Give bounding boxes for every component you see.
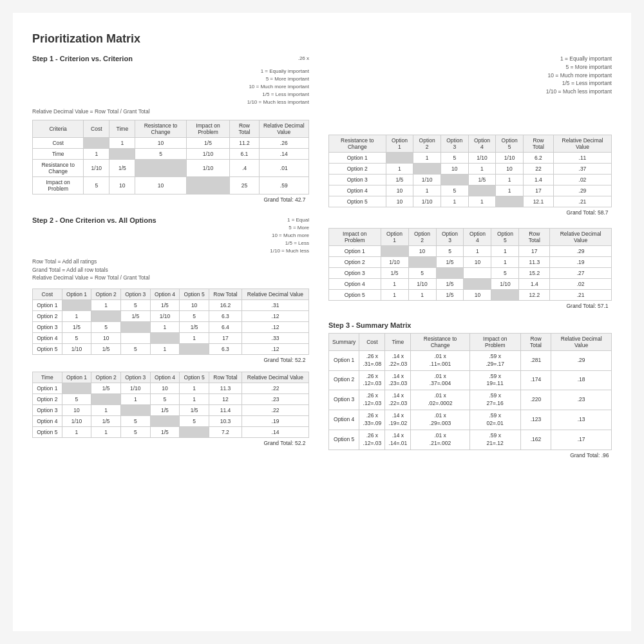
table-cell: 1 [413, 152, 441, 163]
table-row: Option 5111/51012.2.21 [329, 289, 612, 300]
table-cell [120, 322, 150, 333]
table-cell: Option 2 [329, 370, 359, 390]
table-cell [468, 185, 496, 196]
table-cell: 1 [150, 322, 180, 333]
col-header: Option 2 [408, 228, 436, 245]
table-cell: 1/10 [120, 383, 150, 394]
step3-table: SummaryCostTimeResistance to ChangeImpac… [328, 333, 612, 460]
table-cell [150, 416, 180, 427]
table-cell: 1 [496, 174, 524, 185]
right-tables-container: Resistance to ChangeOption 1Option 2Opti… [328, 135, 612, 311]
table-cell: .14 x .19=.02 [385, 410, 411, 430]
table-cell: 6.2 [523, 152, 553, 163]
step2-table-wrapper: CostOption 1Option 2Option 3Option 4Opti… [32, 289, 309, 365]
table-cell: 17 [209, 333, 242, 344]
table-cell [120, 405, 150, 416]
col-header: Option 3 [120, 372, 150, 383]
table-cell: .12 [242, 344, 308, 355]
table-cell: .59 x 21=.12 [469, 430, 520, 450]
table-cell: 12 [209, 394, 242, 405]
col-header: Time [33, 372, 62, 383]
table-cell [84, 137, 109, 148]
table-cell [436, 267, 464, 278]
step3-section: Step 3 - Summary Matrix SummaryCostTimeR… [328, 321, 612, 460]
table-cell: 5 [120, 416, 150, 427]
table-cell: Option 2 [329, 163, 386, 174]
table-cell: .4 [230, 159, 259, 176]
table-row: Option 51/101/5516.3.12 [33, 344, 309, 355]
table-cell: 1/10 [408, 278, 436, 289]
table-cell: 1 [386, 163, 413, 174]
step1-table: CriteriaCostTimeResistance to ChangeImpa… [32, 120, 309, 205]
table-row: Option 5101/101112.1.21 [329, 196, 612, 207]
col-header: Resistance to Change [411, 333, 469, 350]
table-cell: 1 [464, 245, 491, 256]
table-cell: Option 2 [33, 311, 62, 322]
col-header: Option 2 [413, 135, 441, 152]
table-cell: .01 x .29=.003 [411, 410, 469, 430]
table-cell: 10 [464, 256, 491, 267]
table-cell [62, 383, 91, 394]
table-cell [91, 311, 121, 322]
table-cell: 6.3 [209, 311, 242, 322]
col-header: Option 3 [120, 289, 150, 300]
table-cell: .01 x .37=.004 [411, 370, 469, 390]
table-cell [381, 245, 408, 256]
table-cell: .59 x 02=.01 [469, 410, 520, 430]
table-row: Option 2.26 x .12=.03.14 x .23=.03.01 x … [329, 370, 612, 390]
right-table-wrapper: Impact on ProblemOption 1Option 2Option … [328, 228, 612, 311]
table-cell: 10 [135, 137, 186, 148]
step3-label: Step 3 - Summary Matrix [328, 321, 612, 329]
table-row: Option 21/101/510111.3.19 [329, 256, 612, 267]
table-row: Option 11/51/1010111.3.22 [33, 383, 309, 394]
grand-total-cell: Grand Total: 52.2 [33, 438, 309, 449]
table-cell: .19 [242, 416, 308, 427]
table-cell: 5 [180, 416, 209, 427]
table-cell: 7.2 [209, 427, 242, 438]
table-cell: 5 [120, 300, 150, 311]
table-cell: Option 3 [329, 390, 359, 410]
table-cell: 1 [109, 137, 135, 148]
table-row: Option 1151/101/106.2.11 [329, 152, 612, 163]
col-header: Option 5 [180, 289, 209, 300]
table-cell: Option 1 [329, 245, 381, 256]
col-header: Option 3 [440, 135, 468, 152]
table-cell: Resistance to Change [33, 159, 84, 176]
table-row: Cost1101/511.2.26 [33, 137, 309, 148]
table-cell: 1 [180, 383, 209, 394]
table-cell: .27 [550, 267, 612, 278]
table-cell: 1 [91, 405, 121, 416]
table-cell: .26 [259, 137, 308, 148]
table-cell: .123 [520, 410, 551, 430]
table-row: Option 2515112.23 [33, 394, 309, 405]
table-cell: .14 [259, 148, 308, 159]
table-cell: .14 x .22=.03 [385, 390, 411, 410]
table-cell: .59 x .29=.17 [469, 350, 520, 370]
table-cell: 10 [496, 163, 524, 174]
table-cell: 10 [62, 405, 91, 416]
table-cell: 1/5 [109, 159, 135, 176]
table-cell: Option 5 [329, 289, 381, 300]
table-cell: 1.4 [523, 174, 553, 185]
right-table: Impact on ProblemOption 1Option 2Option … [328, 228, 612, 311]
table-cell: .29 [551, 350, 612, 370]
table-cell: 10 [408, 245, 436, 256]
step2-sub-notes: Row Total = Add all ratingsGrand Total =… [32, 258, 309, 282]
table-cell: 1 [84, 148, 109, 159]
page: Prioritization Matrix Step 1 - Criterion… [13, 13, 631, 631]
table-cell: 5 [135, 148, 186, 159]
table-cell: 5 [120, 344, 150, 355]
table-cell: .02 [553, 174, 611, 185]
col-header: Option 4 [464, 228, 491, 245]
table-cell: .26 x .12=.03 [359, 370, 385, 390]
table-cell: .59 [259, 176, 308, 194]
right-table-wrapper: Resistance to ChangeOption 1Option 2Opti… [328, 135, 612, 218]
col-header: Cost [359, 333, 385, 350]
table-cell: 1/5 [120, 311, 150, 322]
table-cell: 16.2 [209, 300, 242, 311]
table-cell [180, 344, 209, 355]
table-cell: Option 3 [329, 174, 386, 185]
table-row: Option 3.26 x .12=.03.14 x .22=.03.01 x … [329, 390, 612, 410]
table-cell: .01 [259, 159, 308, 176]
table-row: Option 4510117.33 [33, 333, 309, 344]
